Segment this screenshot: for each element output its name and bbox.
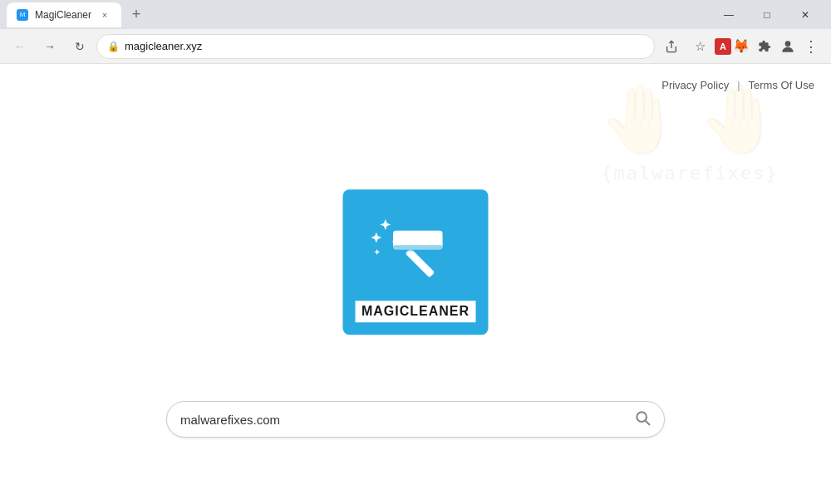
minimize-button[interactable]: — — [710, 0, 748, 29]
svg-point-1 — [785, 41, 791, 46]
search-input-value[interactable]: malwarefixes.com — [180, 413, 634, 427]
menu-button[interactable]: ⋮ — [798, 33, 824, 60]
watermark-hands: 🤚 🤚 — [598, 81, 781, 159]
logo-box: MAGICLEANER — [343, 189, 489, 335]
terms-of-use-link[interactable]: Terms Of Use — [749, 79, 814, 91]
tab-favicon: M — [17, 9, 28, 21]
browser-tab[interactable]: M MagiCleaner × — [7, 2, 121, 27]
share-button[interactable] — [658, 33, 685, 60]
close-button[interactable]: ✕ — [786, 0, 824, 29]
logo-graphic — [356, 202, 476, 297]
svg-marker-2 — [380, 219, 391, 230]
navigation-bar: ← → ↻ 🔒 magicleaner.xyz ☆ A 🦊 ⋮ — [0, 29, 831, 64]
logo-container: MAGICLEANER — [343, 189, 489, 335]
extension-fox-icon[interactable]: 🦊 — [733, 38, 750, 55]
maximize-button[interactable]: □ — [748, 0, 786, 29]
logo-text: MAGICLEANER — [356, 301, 476, 322]
header-links: Privacy Policy | Terms Of Use — [661, 79, 814, 91]
extension-profile-icon[interactable] — [779, 38, 796, 55]
title-bar-left: M MagiCleaner × + — [7, 2, 148, 27]
title-bar: M MagiCleaner × + — □ ✕ — [0, 0, 831, 29]
window-controls: — □ ✕ — [710, 0, 824, 29]
page-content: 🤚 🤚 {malwarefixes} Privacy Policy | Term… — [0, 64, 831, 504]
search-icon[interactable] — [634, 409, 651, 430]
bookmark-button[interactable]: ☆ — [686, 33, 713, 60]
search-bar[interactable]: malwarefixes.com — [166, 401, 665, 438]
header-divider: | — [737, 79, 740, 91]
new-tab-button[interactable]: + — [125, 3, 148, 27]
svg-marker-3 — [371, 232, 381, 243]
watermark: 🤚 🤚 {malwarefixes} — [598, 81, 781, 183]
squeegee-svg — [370, 210, 461, 289]
svg-line-10 — [646, 420, 650, 424]
nav-actions: ☆ A 🦊 ⋮ — [658, 33, 824, 60]
search-container: malwarefixes.com — [166, 401, 665, 438]
address-bar[interactable]: 🔒 magicleaner.xyz — [96, 34, 655, 59]
extensions-button[interactable] — [751, 33, 778, 60]
forward-button[interactable]: → — [37, 33, 63, 60]
svg-marker-5 — [374, 249, 380, 255]
watermark-text: {malwarefixes} — [601, 163, 778, 183]
extension-red-icon[interactable]: A — [715, 38, 731, 55]
privacy-policy-link[interactable]: Privacy Policy — [661, 79, 729, 91]
refresh-button[interactable]: ↻ — [66, 33, 93, 60]
lock-icon: 🔒 — [107, 41, 120, 52]
back-button[interactable]: ← — [7, 33, 33, 60]
tab-close-button[interactable]: × — [98, 8, 111, 22]
svg-rect-8 — [393, 245, 443, 251]
address-text: magicleaner.xyz — [125, 40, 644, 52]
svg-rect-6 — [405, 248, 435, 278]
tab-label: MagiCleaner — [35, 9, 91, 21]
